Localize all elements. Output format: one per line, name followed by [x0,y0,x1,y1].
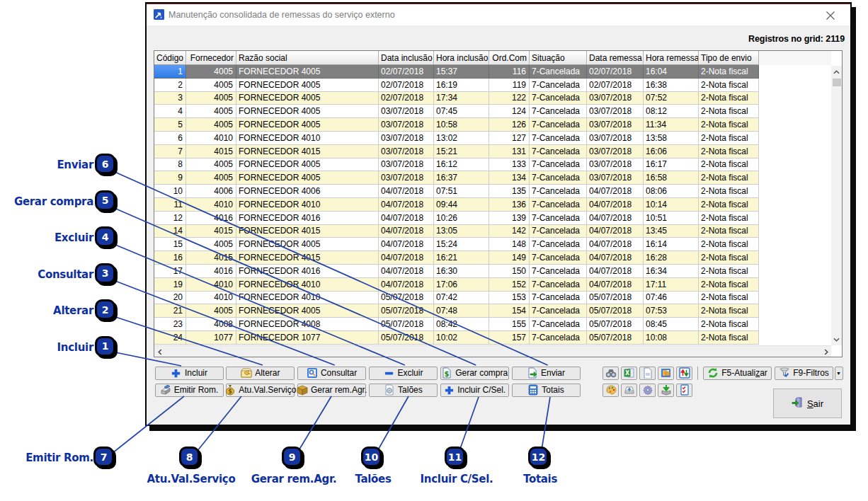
toolbar-button-excel[interactable]: X [621,367,637,380]
toolbar-button-import[interactable] [658,384,674,397]
cell: FORNECEDOR 4005 [236,118,379,132]
vertical-scrollbar[interactable] [831,66,842,345]
table-row[interactable]: 174016FORNECEDOR 401604/07/201816:301507… [154,265,831,278]
table-row[interactable]: 194010FORNECEDOR 401004/07/201817:061527… [154,278,831,292]
cell: 142 [489,225,530,238]
button-gerar-compra[interactable]: $Gerar compra [440,367,509,380]
cell: 7-Cancelada [530,171,587,185]
button-incluir-c-sel-[interactable]: Incluir C/Sel. [440,384,509,397]
table-row[interactable]: 214005FORNECEDOR 400505/07/201807:481547… [154,304,831,318]
cell: 2-Nota fiscal [699,212,759,225]
toolbar-button-page[interactable] [639,367,656,380]
column-header-7[interactable]: Situação [530,51,587,65]
button-tal-es[interactable]: Talões [369,384,438,397]
toolbar-button-grid-hand[interactable] [658,367,674,380]
cell: 16:17 [644,159,699,172]
button-atu-val-servi-o[interactable]: $Atu.Val.Serviço [226,384,295,397]
callout-badge-10: 10 [361,447,382,467]
scroll-right-arrow-icon[interactable] [821,346,831,357]
table-row[interactable]: 34005FORNECEDOR 400502/07/201817:341227-… [154,92,831,105]
cell: 05/07/2018 [587,318,644,331]
table-row[interactable]: 104006FORNECEDOR 400604/07/201807:511357… [154,185,831,198]
table-row[interactable]: 154005FORNECEDOR 400504/07/201815:241487… [154,238,831,251]
scroll-down-arrow-icon[interactable] [831,333,842,345]
cell: 16:28 [644,251,699,265]
cell: 17:06 [434,278,489,292]
table-row[interactable]: 64010FORNECEDOR 401003/07/201813:021277-… [154,132,831,145]
scroll-left-arrow-icon[interactable] [154,346,165,357]
column-header-2[interactable]: Fornecedor [186,51,236,65]
table-row[interactable]: 44005FORNECEDOR 400503/07/201807:451247-… [154,105,831,118]
button-label: Sair [807,398,823,409]
sort-arrows-icon [679,367,690,379]
cell: 17:11 [644,278,699,292]
table-row[interactable]: 164015FORNECEDOR 401504/07/201816:211497… [154,251,831,265]
table-row[interactable]: 204010FORNECEDOR 401005/07/201807:421537… [154,292,831,305]
callout-badge-9: 9 [282,447,302,467]
table-row[interactable]: 24005FORNECEDOR 400502/07/201816:191197-… [154,79,831,92]
table-row[interactable]: 241077FORNECEDOR 107705/07/201810:021577… [154,331,831,345]
cell: 2-Nota fiscal [699,292,759,305]
plus-icon [443,384,455,396]
column-header-4[interactable]: Data inclusão [379,51,434,65]
button-enviar[interactable]: Enviar [512,367,581,380]
cell: 3 [154,92,186,105]
column-header-6[interactable]: Ord.Com [489,51,530,65]
exit-icon [792,396,804,410]
table-row[interactable]: 14005FORNECEDOR 400502/07/201815:371167-… [154,65,831,79]
cell: 04/07/2018 [587,251,644,265]
column-header-3[interactable]: Razão social [236,51,379,65]
cell: 135 [489,185,530,198]
table-row[interactable]: 234008FORNECEDOR 400805/07/201808:421557… [154,318,831,331]
button-consultar[interactable]: Consultar [297,367,366,380]
column-header-10[interactable]: Tipo de envio [699,51,759,65]
toolbar-button-binoculars[interactable] [603,367,619,380]
button-totais[interactable]: Totais [512,384,581,397]
toolbar-button-sort-arrows[interactable] [676,367,692,380]
scroll-up-arrow-icon[interactable] [831,66,842,78]
toolbar-button-gear[interactable] [639,384,656,397]
cell: 153 [489,292,530,305]
cell: 16:38 [644,79,699,92]
button-alterar[interactable]: Alterar [226,367,295,380]
cell: 04/07/2018 [587,265,644,278]
cell: 03/07/2018 [587,118,644,132]
toolbar-button-key[interactable] [621,384,637,397]
cell: 2-Nota fiscal [699,265,759,278]
refresh-button[interactable]: F5-Atualizar [703,367,772,380]
column-header-5[interactable]: Hora inclusão [434,51,489,65]
button-incluir[interactable]: Incluir [155,367,224,380]
cell: 03/07/2018 [587,105,644,118]
button-label: Emitir Rom. [174,385,219,395]
column-header-8[interactable]: Data remessa [587,51,644,65]
column-header-1[interactable]: Código [154,51,186,65]
toolbar-button-checklist[interactable] [676,384,692,397]
cell: 04/07/2018 [379,185,434,198]
button-gerar-rem-agr-[interactable]: Gerar rem.Agr. [297,384,366,397]
cell: 10:26 [434,212,489,225]
table-row[interactable]: 144015FORNECEDOR 401504/07/201813:051427… [154,225,831,238]
table-row[interactable]: 54005FORNECEDOR 400503/07/201810:581267-… [154,118,831,132]
button-excluir[interactable]: Excluir [369,367,438,380]
cell: 7-Cancelada [530,278,587,292]
table-row[interactable]: 114010FORNECEDOR 401004/07/201809:441367… [154,198,831,212]
cell: 16:21 [434,251,489,265]
table-row[interactable]: 124016FORNECEDOR 401604/07/201810:261397… [154,212,831,225]
column-header-9[interactable]: Hora remessa [644,51,699,65]
table-row[interactable]: 74015FORNECEDOR 401503/07/201815:211317-… [154,145,831,159]
toolbar-button-palette[interactable] [603,384,619,397]
close-button[interactable] [823,8,838,23]
cell: 7-Cancelada [530,318,587,331]
filters-dropdown-button[interactable]: ▼ [835,367,843,380]
table-row[interactable]: 94005FORNECEDOR 400503/07/201816:371347-… [154,171,831,185]
vertical-scroll-thumb[interactable] [833,79,841,86]
filters-button[interactable]: F9-Filtros [775,367,833,380]
checklist-icon [679,384,690,396]
table-row[interactable]: 84005FORNECEDOR 400503/07/201816:121337-… [154,159,831,172]
cell: 03/07/2018 [379,118,434,132]
cell: 2-Nota fiscal [699,198,759,212]
cell: 07:51 [434,185,489,198]
horizontal-scrollbar[interactable] [154,345,831,357]
button-emitir-rom-[interactable]: Emitir Rom. [155,384,224,397]
exit-button[interactable]: Sair [773,388,842,418]
